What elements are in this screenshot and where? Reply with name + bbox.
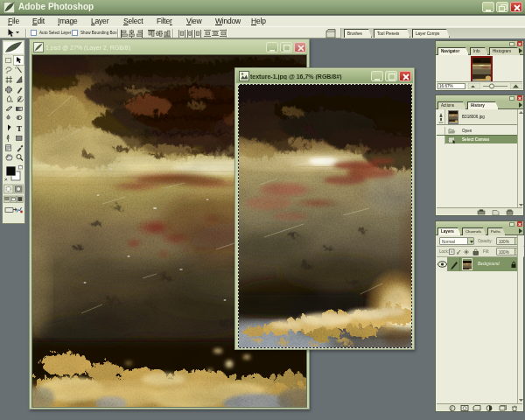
svg-text:T: T bbox=[17, 124, 22, 133]
svg-text:f: f bbox=[451, 405, 453, 410]
